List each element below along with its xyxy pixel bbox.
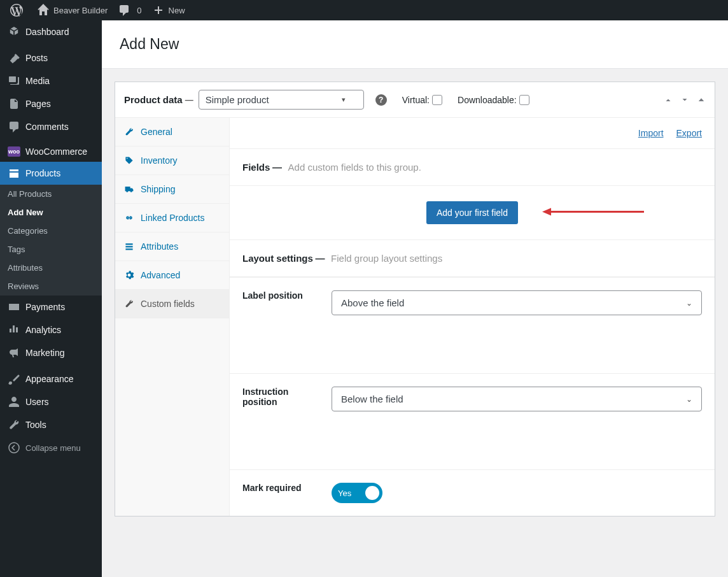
export-link[interactable]: Export bbox=[676, 128, 702, 138]
custom-fields-content: Import Export Fields — Add custom fields… bbox=[230, 118, 715, 516]
dash: — bbox=[185, 95, 193, 104]
submenu-all-products[interactable]: All Products bbox=[0, 185, 102, 203]
fields-section-header: Fields — Add custom fields to this group… bbox=[230, 148, 715, 186]
fields-title: Fields bbox=[242, 162, 270, 173]
woocommerce-icon: woo bbox=[8, 146, 20, 157]
panel-down-icon[interactable] bbox=[680, 96, 689, 104]
chevron-down-icon: ⌄ bbox=[686, 395, 692, 404]
product-data-panel: Product data — Simple product ▾ ? Virtua… bbox=[115, 82, 715, 516]
sidebar-item-posts[interactable]: Posts bbox=[0, 46, 102, 69]
tab-label: Inventory bbox=[141, 155, 178, 166]
product-data-tabs: General Inventory Shipping Linked P bbox=[115, 118, 230, 516]
link-icon bbox=[124, 213, 134, 223]
megaphone-icon bbox=[8, 346, 20, 359]
main-content: Add New Product data — Simple product ▾ … bbox=[102, 20, 728, 577]
import-export-toolbar: Import Export bbox=[230, 118, 715, 148]
sidebar-item-tools[interactable]: Tools bbox=[0, 413, 102, 436]
sidebar-item-pages[interactable]: Pages bbox=[0, 92, 102, 115]
sidebar-item-marketing[interactable]: Marketing bbox=[0, 341, 102, 364]
panel-header: Product data — Simple product ▾ ? Virtua… bbox=[115, 82, 715, 118]
sidebar-label: Tools bbox=[25, 420, 46, 430]
fields-empty-state: Add your first field bbox=[230, 186, 715, 239]
user-icon bbox=[8, 395, 20, 408]
analytics-icon bbox=[8, 324, 20, 336]
sidebar-item-products[interactable]: Products bbox=[0, 162, 102, 185]
submenu-attributes[interactable]: Attributes bbox=[0, 259, 102, 277]
page-title: Add New bbox=[120, 36, 710, 53]
panel-up-icon[interactable] bbox=[664, 96, 673, 104]
collapse-icon bbox=[8, 441, 20, 454]
tab-label: Advanced bbox=[141, 270, 180, 280]
tab-advanced[interactable]: Advanced bbox=[115, 261, 229, 290]
collapse-label: Collapse menu bbox=[25, 443, 81, 453]
sidebar-item-appearance[interactable]: Appearance bbox=[0, 367, 102, 390]
chevron-down-icon: ▾ bbox=[342, 96, 346, 104]
virtual-checkbox[interactable] bbox=[432, 95, 442, 105]
new-label: New bbox=[169, 6, 185, 15]
tab-label: Custom fields bbox=[141, 299, 195, 309]
toggle-value: Yes bbox=[338, 488, 351, 498]
tab-general[interactable]: General bbox=[115, 118, 229, 146]
sidebar-item-users[interactable]: Users bbox=[0, 390, 102, 413]
tab-custom-fields[interactable]: Custom fields bbox=[115, 290, 229, 318]
panel-toggle-icon[interactable] bbox=[697, 96, 706, 104]
fields-subtitle: Add custom fields to this group. bbox=[288, 162, 421, 173]
collapse-menu-button[interactable]: Collapse menu bbox=[0, 436, 102, 459]
svg-point-0 bbox=[9, 443, 19, 453]
mark-required-row: Mark required Yes bbox=[230, 469, 715, 516]
downloadable-checkbox[interactable] bbox=[519, 95, 529, 105]
admin-sidebar: Dashboard Posts Media Pages Comments woo… bbox=[0, 20, 102, 577]
tab-label: General bbox=[141, 127, 172, 137]
submenu-reviews[interactable]: Reviews bbox=[0, 277, 102, 296]
tab-label: Attributes bbox=[141, 241, 178, 252]
chevron-down-icon: ⌄ bbox=[686, 299, 692, 308]
submenu-categories[interactable]: Categories bbox=[0, 222, 102, 240]
layout-section-header: Layout settings — Field group layout set… bbox=[230, 239, 715, 277]
add-first-field-button[interactable]: Add your first field bbox=[426, 201, 518, 224]
toggle-knob bbox=[365, 486, 379, 500]
wrench-icon bbox=[124, 127, 134, 137]
site-name-link[interactable]: Beaver Builder bbox=[32, 0, 113, 20]
tab-linked-products[interactable]: Linked Products bbox=[115, 204, 229, 232]
sidebar-label: Products bbox=[25, 168, 60, 178]
wrench-icon bbox=[8, 418, 20, 431]
comment-icon bbox=[118, 4, 130, 17]
sidebar-item-comments[interactable]: Comments bbox=[0, 115, 102, 138]
sidebar-label: Media bbox=[25, 76, 50, 86]
tab-label: Linked Products bbox=[141, 213, 204, 223]
dashboard-icon bbox=[8, 25, 20, 38]
sidebar-label: WooCommerce bbox=[25, 146, 87, 157]
new-content-link[interactable]: New bbox=[147, 0, 190, 20]
sidebar-item-dashboard[interactable]: Dashboard bbox=[0, 20, 102, 43]
brush-icon bbox=[8, 373, 20, 385]
sidebar-item-woocommerce[interactable]: woo WooCommerce bbox=[0, 141, 102, 162]
tab-attributes[interactable]: Attributes bbox=[115, 232, 229, 261]
mark-required-toggle[interactable]: Yes bbox=[332, 483, 382, 503]
layout-title: Layout settings bbox=[242, 253, 313, 264]
tab-inventory[interactable]: Inventory bbox=[115, 146, 229, 175]
help-icon[interactable]: ? bbox=[375, 94, 387, 106]
mark-required-label: Mark required bbox=[230, 470, 319, 516]
tab-shipping[interactable]: Shipping bbox=[115, 175, 229, 204]
label-position-select[interactable]: Above the field ⌄ bbox=[332, 290, 702, 315]
virtual-label: Virtual: bbox=[402, 95, 430, 105]
sidebar-label: Users bbox=[25, 397, 49, 407]
media-icon bbox=[8, 75, 20, 87]
product-type-select[interactable]: Simple product ▾ bbox=[199, 90, 364, 110]
wrench-icon bbox=[124, 299, 134, 309]
sidebar-label: Marketing bbox=[25, 348, 64, 358]
gear-icon bbox=[124, 270, 134, 280]
submenu-add-new[interactable]: Add New bbox=[0, 203, 102, 222]
sidebar-item-payments[interactable]: Payments bbox=[0, 296, 102, 318]
sidebar-item-media[interactable]: Media bbox=[0, 69, 102, 92]
instruction-position-select[interactable]: Below the field ⌄ bbox=[332, 387, 702, 411]
layout-subtitle: Field group layout settings bbox=[331, 253, 442, 264]
label-position-label: Label position bbox=[230, 278, 319, 373]
sidebar-label: Posts bbox=[25, 53, 48, 63]
import-link[interactable]: Import bbox=[638, 128, 664, 138]
sidebar-item-analytics[interactable]: Analytics bbox=[0, 318, 102, 341]
submenu-tags[interactable]: Tags bbox=[0, 240, 102, 259]
downloadable-checkbox-group: Downloadable: bbox=[458, 95, 529, 105]
wordpress-logo[interactable] bbox=[5, 0, 32, 20]
comments-link[interactable]: 0 bbox=[113, 0, 146, 20]
